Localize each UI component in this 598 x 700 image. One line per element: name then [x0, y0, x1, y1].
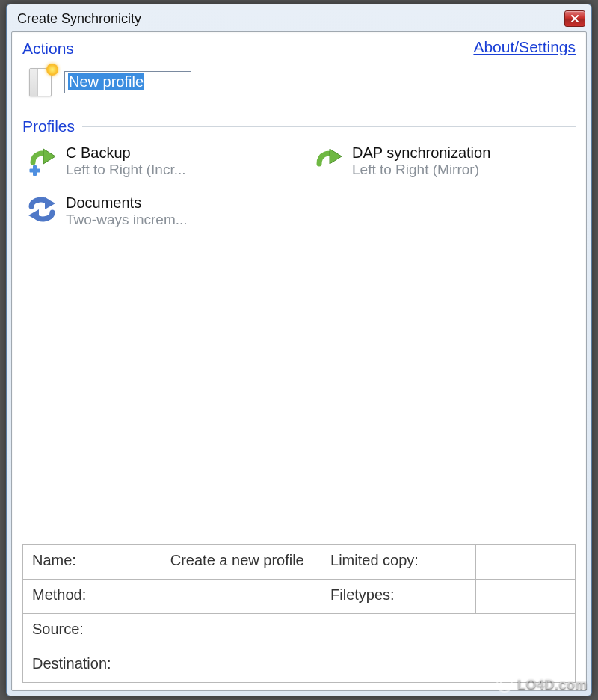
svg-rect-2	[30, 169, 40, 173]
close-button[interactable]	[564, 10, 585, 27]
profile-name: DAP synchronization	[352, 144, 490, 162]
watermark-icon	[496, 676, 513, 693]
profile-item-c-backup[interactable]: C Backup Left to Right (Incr...	[25, 143, 289, 178]
new-profile-icon[interactable]	[27, 65, 57, 99]
info-source-value	[161, 614, 575, 648]
svg-marker-3	[330, 149, 342, 164]
profiles-list: C Backup Left to Right (Incr... DAP sync…	[22, 143, 576, 228]
content-panel: Actions About/Settings New profile Profi…	[11, 31, 587, 691]
table-row: Source:	[23, 614, 576, 648]
actions-body: New profile	[22, 65, 576, 99]
arrow-right-icon	[312, 143, 345, 176]
info-name-value: Create a new profile	[161, 545, 321, 580]
svg-marker-5	[28, 209, 39, 221]
divider	[82, 126, 576, 127]
profile-item-documents[interactable]: Documents Two-ways increm...	[25, 193, 289, 228]
info-limited-value	[475, 545, 575, 580]
profile-desc: Left to Right (Incr...	[66, 162, 186, 178]
info-method-label: Method:	[23, 580, 161, 614]
close-icon	[570, 14, 579, 23]
window-title: Create Synchronicity	[17, 11, 141, 27]
info-method-value	[161, 580, 321, 614]
info-filetypes-value	[475, 580, 575, 614]
titlebar: Create Synchronicity	[11, 9, 587, 31]
profile-info-table: Name: Create a new profile Limited copy:…	[22, 544, 576, 683]
about-settings-link[interactable]: About/Settings	[473, 38, 576, 56]
info-dest-label: Destination:	[23, 648, 161, 683]
profiles-section-header: Profiles	[22, 117, 576, 135]
table-row: Name: Create a new profile Limited copy:	[23, 545, 576, 580]
arrow-add-icon	[25, 143, 58, 176]
profile-desc: Left to Right (Mirror)	[352, 162, 490, 178]
svg-marker-0	[43, 149, 55, 164]
profile-desc: Two-ways increm...	[66, 212, 188, 228]
divider	[81, 49, 474, 49]
watermark-text: LO4D.com	[517, 677, 588, 693]
profile-name: Documents	[66, 194, 188, 212]
table-row: Destination:	[23, 648, 576, 683]
new-profile-input-text: New profile	[68, 73, 144, 90]
actions-header-row: Actions About/Settings	[22, 40, 576, 65]
spacer	[22, 236, 576, 544]
svg-marker-4	[45, 197, 55, 209]
two-way-sync-icon	[25, 193, 58, 226]
actions-section-header: Actions	[22, 40, 473, 58]
actions-label: Actions	[22, 40, 74, 58]
app-window: Create Synchronicity Actions About/Setti…	[6, 4, 592, 696]
profile-item-dap-sync[interactable]: DAP synchronization Left to Right (Mirro…	[312, 143, 576, 178]
new-profile-input[interactable]: New profile	[64, 71, 191, 93]
info-filetypes-label: Filetypes:	[321, 580, 476, 614]
profile-name: C Backup	[66, 144, 186, 162]
info-name-label: Name:	[23, 545, 161, 580]
info-limited-label: Limited copy:	[321, 545, 476, 580]
table-row: Method: Filetypes:	[23, 580, 576, 614]
profiles-label: Profiles	[22, 117, 75, 135]
info-source-label: Source:	[23, 614, 161, 648]
watermark: LO4D.com	[496, 676, 588, 693]
